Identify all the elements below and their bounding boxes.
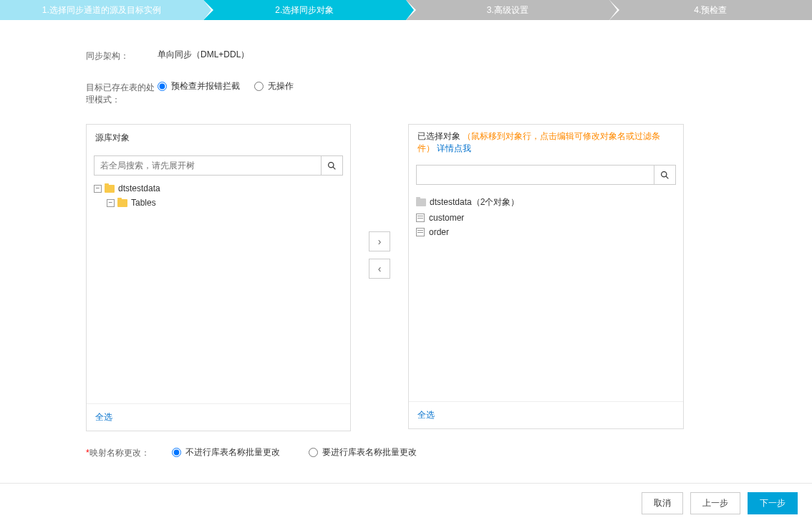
sync-arch-label: 同步架构： — [86, 49, 158, 62]
mapping-row: *映射名称更改： 不进行库表名称批量更改 要进行库表名称批量更改 — [86, 446, 726, 459]
target-mode-radio-1[interactable] — [158, 82, 167, 91]
svg-line-1 — [333, 167, 335, 169]
collapse-icon[interactable]: − — [107, 199, 115, 207]
move-right-button[interactable]: › — [369, 231, 390, 251]
target-node-dtstestdata[interactable]: dtstestdata（2个对象） — [416, 194, 676, 211]
mapping-radio-2[interactable] — [309, 448, 318, 457]
step-2[interactable]: 2.选择同步对象 — [203, 0, 407, 20]
target-select-all[interactable]: 全选 — [417, 410, 435, 420]
svg-point-2 — [662, 171, 667, 176]
table-icon — [416, 213, 425, 222]
content-area: 同步架构： 单向同步（DML+DDL） 目标已存在表的处理模式： 预检查并报错拦… — [0, 20, 812, 474]
target-search-input[interactable] — [417, 165, 654, 184]
wizard-steps: 1.选择同步通道的源及目标实例 2.选择同步对象 3.高级设置 4.预检查 — [0, 0, 812, 20]
target-panel-footer: 全选 — [409, 401, 683, 428]
target-mode-radio-2[interactable] — [254, 82, 264, 91]
mapping-opt1[interactable]: 不进行库表名称批量更改 — [172, 446, 280, 459]
target-panel-header: 已选择对象 （鼠标移到对象行，点击编辑可修改对象名或过滤条件） 详情点我 — [409, 125, 683, 161]
mapping-radio-1[interactable] — [172, 448, 181, 457]
source-node-dtstestdata[interactable]: − dtstestdata — [94, 181, 343, 196]
source-panel-footer: 全选 — [87, 403, 350, 431]
source-tree[interactable]: − dtstestdata − Tables — [87, 181, 350, 403]
folder-icon — [416, 198, 426, 206]
mapping-opt2[interactable]: 要进行库表名称批量更改 — [309, 446, 417, 459]
collapse-icon[interactable]: − — [94, 185, 102, 193]
transfer-container: 源库对象 − dtstestdata − Tables — [86, 124, 726, 431]
svg-point-0 — [329, 162, 334, 167]
target-mode-opt1[interactable]: 预检查并报错拦截 — [158, 80, 240, 92]
source-node-tables[interactable]: − Tables — [94, 196, 343, 210]
step-3[interactable]: 3.高级设置 — [406, 0, 609, 20]
target-mode-opt2[interactable]: 无操作 — [254, 80, 294, 92]
source-search-button[interactable] — [321, 156, 342, 175]
svg-line-3 — [666, 176, 668, 178]
chevron-right-icon: › — [378, 236, 382, 247]
folder-icon — [105, 185, 115, 193]
table-icon — [416, 228, 425, 236]
target-node-customer[interactable]: customer — [416, 211, 676, 225]
source-search-input[interactable] — [95, 156, 321, 175]
target-panel-title: 已选择对象 — [417, 131, 460, 141]
source-panel-title: 源库对象 — [87, 125, 350, 152]
folder-icon — [117, 199, 127, 207]
move-left-button[interactable]: ‹ — [369, 259, 390, 279]
source-search-box — [94, 155, 343, 176]
source-panel: 源库对象 − dtstestdata − Tables — [86, 124, 351, 431]
sync-arch-row: 同步架构： 单向同步（DML+DDL） — [86, 49, 726, 62]
sync-arch-value: 单向同步（DML+DDL） — [158, 49, 726, 61]
target-mode-label: 目标已存在表的处理模式： — [86, 80, 158, 106]
transfer-buttons: › ‹ — [351, 231, 408, 279]
mapping-label: *映射名称更改： — [86, 446, 158, 459]
target-mode-row: 目标已存在表的处理模式： 预检查并报错拦截 无操作 — [86, 80, 726, 106]
chevron-left-icon: ‹ — [378, 263, 382, 274]
target-node-order[interactable]: order — [416, 225, 676, 239]
target-panel-link[interactable]: 详情点我 — [437, 143, 471, 153]
target-search-box — [416, 165, 676, 185]
source-select-all[interactable]: 全选 — [95, 412, 112, 422]
target-search-button[interactable] — [654, 165, 675, 184]
target-panel: 已选择对象 （鼠标移到对象行，点击编辑可修改对象名或过滤条件） 详情点我 dts… — [408, 124, 684, 429]
step-4[interactable]: 4.预检查 — [609, 0, 813, 20]
target-tree[interactable]: dtstestdata（2个对象） customer order — [409, 191, 683, 401]
search-icon — [327, 161, 337, 171]
step-1[interactable]: 1.选择同步通道的源及目标实例 — [0, 0, 203, 20]
search-icon — [660, 171, 670, 180]
